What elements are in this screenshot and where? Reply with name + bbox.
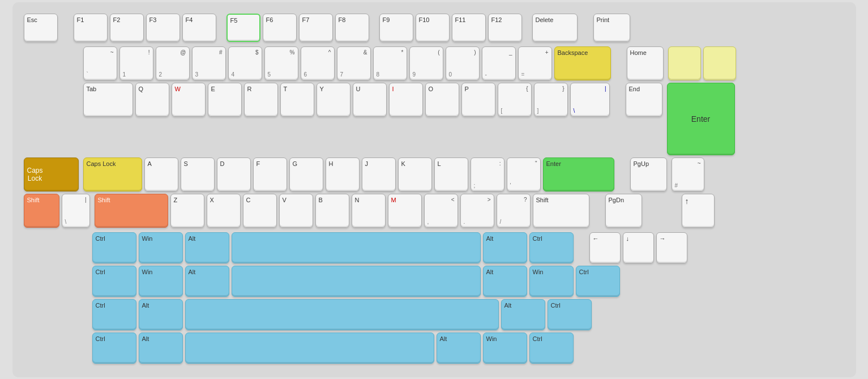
key-2[interactable]: @2	[156, 46, 190, 80]
key-f11[interactable]: F11	[452, 14, 486, 42]
key-slash[interactable]: ?/	[497, 194, 531, 228]
key-p[interactable]: P	[461, 83, 495, 117]
key-r[interactable]: R	[244, 83, 278, 117]
key-space-2[interactable]	[232, 266, 481, 297]
key-pgdn[interactable]: PgDn	[605, 194, 642, 228]
key-q[interactable]: Q	[135, 83, 169, 117]
key-g[interactable]: G	[289, 157, 323, 191]
key-enter[interactable]: Enter	[543, 157, 614, 191]
key-f6[interactable]: F6	[263, 14, 297, 42]
key-ctrl-r-2[interactable]: Ctrl	[576, 266, 620, 297]
key-shift-left-outer[interactable]: Shift	[24, 194, 59, 228]
key-end[interactable]: End	[626, 83, 662, 117]
key-ctrl-r-3[interactable]: Ctrl	[548, 299, 592, 330]
key-space-3[interactable]	[185, 299, 499, 330]
key-t[interactable]: T	[280, 83, 314, 117]
key-m[interactable]: M	[388, 194, 422, 228]
key-f3[interactable]: F3	[146, 14, 180, 42]
key-delete[interactable]: Delete	[532, 14, 578, 42]
key-ctrl-3[interactable]: Ctrl	[92, 299, 136, 330]
key-f8[interactable]: F8	[335, 14, 369, 42]
key-v[interactable]: V	[279, 194, 313, 228]
key-alt-r-1[interactable]: Alt	[483, 232, 527, 263]
key-j[interactable]: J	[362, 157, 396, 191]
key-esc[interactable]: Esc	[24, 14, 58, 42]
key-alt-2[interactable]: Alt	[185, 266, 229, 297]
key-comma[interactable]: <,	[424, 194, 458, 228]
key-backtick[interactable]: ~`	[83, 46, 117, 80]
key-numpad-enter[interactable]: Enter	[667, 83, 735, 155]
key-minus[interactable]: _-	[482, 46, 516, 80]
key-rbracket[interactable]: }]	[534, 83, 568, 117]
key-f10[interactable]: F10	[416, 14, 450, 42]
key-shift-right[interactable]: Shift	[533, 194, 589, 228]
key-d[interactable]: D	[217, 157, 251, 191]
key-home[interactable]: Home	[627, 46, 664, 80]
key-left-arrow[interactable]: ←	[589, 232, 621, 263]
key-9[interactable]: (9	[409, 46, 443, 80]
key-s[interactable]: S	[181, 157, 215, 191]
key-w[interactable]: W	[172, 83, 206, 117]
key-tab[interactable]: Tab	[83, 83, 133, 117]
key-c[interactable]: C	[243, 194, 277, 228]
key-ctrl-1[interactable]: Ctrl	[92, 232, 136, 263]
key-f[interactable]: F	[253, 157, 287, 191]
key-caps-lock-left[interactable]: CapsLock	[24, 157, 79, 191]
key-ctrl-r-1[interactable]: Ctrl	[529, 232, 574, 263]
key-alt-r-2[interactable]: Alt	[483, 266, 527, 297]
key-f1[interactable]: F1	[74, 14, 108, 42]
key-space-1[interactable]	[232, 232, 481, 263]
key-caps-lock[interactable]: Caps Lock	[83, 157, 142, 191]
key-f2[interactable]: F2	[110, 14, 144, 42]
key-0[interactable]: )0	[446, 46, 480, 80]
key-5[interactable]: %5	[264, 46, 298, 80]
key-h[interactable]: H	[326, 157, 360, 191]
key-ctrl-2[interactable]: Ctrl	[92, 266, 136, 297]
key-4[interactable]: $4	[228, 46, 262, 80]
key-shift-left[interactable]: Shift	[95, 194, 168, 228]
key-down-arrow[interactable]: ↓	[623, 232, 654, 263]
key-win-1[interactable]: Win	[139, 232, 183, 263]
key-f4[interactable]: F4	[182, 14, 216, 42]
key-pgup[interactable]: PgUp	[630, 157, 667, 191]
key-alt-r-4[interactable]: Alt	[437, 333, 481, 364]
key-o[interactable]: O	[425, 83, 459, 117]
key-7[interactable]: &7	[337, 46, 371, 80]
key-n[interactable]: N	[352, 194, 386, 228]
key-8[interactable]: *8	[373, 46, 407, 80]
key-a[interactable]: A	[144, 157, 178, 191]
key-pipe-backslash[interactable]: |\	[62, 194, 90, 228]
key-win-r-2[interactable]: Win	[529, 266, 574, 297]
key-x[interactable]: X	[207, 194, 241, 228]
key-win-2[interactable]: Win	[139, 266, 183, 297]
key-u[interactable]: U	[353, 83, 387, 117]
key-up-arrow[interactable]: ↑	[682, 194, 715, 228]
key-backslash[interactable]: |\	[570, 83, 610, 117]
key-3[interactable]: #3	[192, 46, 226, 80]
key-f7[interactable]: F7	[299, 14, 333, 42]
key-1[interactable]: !1	[119, 46, 153, 80]
key-l[interactable]: L	[434, 157, 468, 191]
key-ctrl-4[interactable]: Ctrl	[92, 333, 136, 364]
key-f9[interactable]: F9	[379, 14, 413, 42]
key-period[interactable]: >.	[460, 194, 494, 228]
key-lbracket[interactable]: {[	[498, 83, 532, 117]
key-numpad-2[interactable]	[703, 46, 736, 80]
key-tilde-hash[interactable]: ~#	[672, 157, 704, 191]
key-quote[interactable]: "'	[507, 157, 541, 191]
key-f5[interactable]: F5	[226, 14, 260, 42]
key-y[interactable]: Y	[317, 83, 350, 117]
key-alt-1[interactable]: Alt	[185, 232, 229, 263]
key-alt-4[interactable]: Alt	[139, 333, 183, 364]
key-backspace[interactable]: Backspace	[554, 46, 611, 80]
key-semicolon[interactable]: :;	[471, 157, 504, 191]
key-i[interactable]: I	[389, 83, 423, 117]
key-6[interactable]: ^6	[301, 46, 335, 80]
key-f12[interactable]: F12	[488, 14, 522, 42]
key-space-4[interactable]	[185, 333, 434, 364]
key-numpad-1[interactable]	[668, 46, 701, 80]
key-right-arrow[interactable]: →	[656, 232, 687, 263]
key-k[interactable]: K	[398, 157, 432, 191]
key-equal[interactable]: +=	[518, 46, 552, 80]
key-z[interactable]: Z	[170, 194, 204, 228]
